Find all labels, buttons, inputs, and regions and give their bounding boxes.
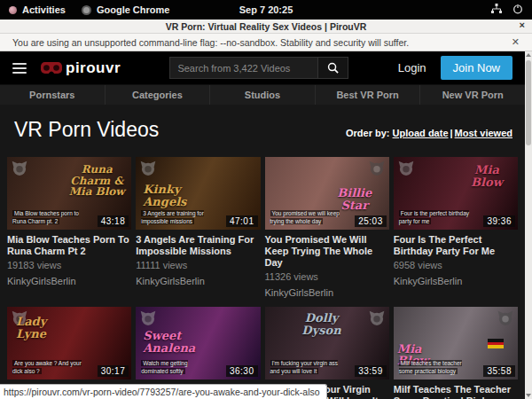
video-title[interactable]: 3 Angels Are Training For Impossible Mis… [136,234,260,257]
video-thumbnail[interactable]: Lady Lyne Are you awake ? And your dick … [7,307,131,379]
duration-badge: 43:18 [98,215,129,227]
thumbnail-overlay-name: Billie Star [332,187,377,211]
page-title: VR Porn Videos [14,118,159,142]
webpage: pirouvr Login Join Now Pornstars Categor… [0,51,525,399]
studio-cat-logo-icon [497,309,514,331]
video-card: Mia Blow Four is the perfect birthday pa… [394,157,518,307]
order-by-label: Order by: [346,128,390,138]
duration-badge: 33:59 [355,365,387,377]
join-now-button[interactable]: Join Now [441,56,512,80]
video-thumbnail[interactable]: Mia Blow Four is the perfect birthday pa… [394,157,518,230]
site-header: pirouvr Login Join Now [0,51,525,84]
video-thumbnail[interactable]: Mia Blow Milf teaches the teacher some p… [394,307,518,379]
nav-best-vr-porn[interactable]: Best VR Porn [316,85,421,105]
order-most-viewed-link[interactable]: Most viewed [455,128,512,138]
nav-categories[interactable]: Categories [106,85,211,105]
studio-cat-logo-icon [397,160,415,181]
video-title[interactable]: Mia Blow Teaches Porn To Runa Charm Pt 2 [7,234,131,257]
video-thumbnail[interactable]: Sweet Analena Watch me getting dominated… [136,307,260,379]
nav-studios[interactable]: Studios [210,85,316,105]
video-card: Billie Star You promised we will keep tr… [265,157,389,307]
duration-badge: 39:36 [483,215,515,227]
thumbnail-caption: 3 Angels are training for impossible mis… [141,210,214,226]
thumbnail-overlay-name: Runa Charm & Mia Blow [66,164,128,198]
studio-cat-logo-icon [139,309,157,331]
video-thumbnail[interactable]: Kinky Angels 3 Angels are training for i… [136,157,260,230]
german-flag-icon [488,339,504,348]
search-icon [327,62,339,74]
thumbnail-caption: Milf teaches the teacher some practical … [399,360,472,376]
video-views: 11326 views [265,271,389,282]
site-logo[interactable]: pirouvr [41,59,121,77]
focused-app-label: Google Chrome [97,4,170,15]
focused-app-menu[interactable]: Google Chrome [82,4,170,15]
video-title[interactable]: Milf Teaches The Teacher Some Practical … [394,384,518,399]
nav-new-vr-porn[interactable]: New VR Porn [420,85,525,105]
search-input[interactable] [169,57,318,79]
order-upload-date-link[interactable]: Upload date [393,128,449,138]
video-card: Runa Charm & Mia Blow Mia Blow teaches p… [7,157,131,307]
video-studio-link[interactable]: KinkyGirlsBerlin [136,276,260,286]
thumbnail-caption: Watch me getting dominated softly [141,360,214,376]
thumbnail-overlay-name: Sweet Analena [143,330,208,354]
duration-badge: 30:17 [98,365,129,377]
video-studio-link[interactable]: KinkyGirlsBerlin [394,276,518,286]
status-url-bubble: https://pirouvr.com/vr-porn-video/779325… [0,384,327,399]
studio-cat-logo-icon [368,160,386,181]
browser-title-bar: VR Porn: Virtual Reality Sex Videos | Pi… [0,20,532,34]
video-card: Kinky Angels 3 Angels are training for i… [136,157,260,307]
power-icon[interactable] [512,4,523,16]
site-logo-text: pirouvr [66,59,121,77]
studio-cat-logo-icon [368,309,386,331]
activities-label: Activities [22,4,66,15]
thumbnail-overlay-name: Lady Lyne [16,316,60,340]
studio-cat-logo-icon [11,160,28,181]
chrome-warning-bar: You are using an unsupported command-lin… [0,34,532,51]
thumbnail-overlay-name: Dolly Dyson [295,312,348,336]
video-thumbnail[interactable]: Billie Star You promised we will keep tr… [265,157,389,230]
video-views: 6958 views [394,260,518,270]
activities-indicator-icon [9,6,17,14]
thumbnail-caption: Are you awake ? And your dick also ? [12,360,85,376]
duration-badge: 25:03 [355,215,387,227]
thumbnail-overlay-name: Kinky Angels [143,184,200,207]
video-studio-link[interactable]: KinkyGirlsBerlin [265,287,389,298]
hamburger-menu-icon[interactable] [12,63,27,74]
thumbnail-caption: Mia Blow teaches porn to Runa Charm pt. … [12,210,85,226]
thumbnail-overlay-name: Mia Blow [463,164,511,188]
video-thumbnail[interactable]: Dolly Dyson I'm fucking your virgin ass … [265,307,389,379]
search-bar [169,57,348,79]
scroll-down-icon[interactable] [526,394,531,397]
video-studio-link[interactable]: KinkyGirlsBerlin [7,276,131,286]
screen: Activities Google Chrome Sep 7 20:25 VR … [0,0,532,399]
activities-button[interactable]: Activities [9,4,66,15]
thumbnail-caption: Four is the perfect birthday party for m… [399,210,472,226]
login-link[interactable]: Login [398,61,426,74]
clock[interactable]: Sep 7 20:25 [239,4,293,15]
scrollbar[interactable] [525,51,532,399]
video-card: Mia Blow Milf teaches the teacher some p… [394,307,518,399]
scrollbar-thumb[interactable] [526,60,531,145]
warning-close-icon[interactable]: ✕ [512,36,520,48]
scroll-up-icon[interactable] [526,53,531,57]
duration-badge: 36:30 [226,365,258,377]
search-button[interactable] [318,57,348,79]
thumbnail-caption: I'm fucking your virgin ass and you will… [270,360,343,376]
order-by: Order by: Upload date|Most viewed [346,128,512,138]
nav-pornstars[interactable]: Pornstars [0,85,106,105]
video-title[interactable]: You Promised We Will Keep Trying The Who… [265,234,389,269]
studio-cat-logo-icon [139,160,157,181]
network-icon[interactable] [491,4,502,16]
duration-badge: 35:58 [483,365,515,377]
video-title[interactable]: Four Is The Perfect Birthday Party For M… [394,234,518,257]
video-views: 11111 views [136,260,260,270]
window-close-button[interactable]: × [520,20,525,30]
video-views: 19183 views [7,260,131,270]
video-grid: Runa Charm & Mia Blow Mia Blow teaches p… [7,157,518,399]
vr-goggles-icon [41,62,62,74]
browser-window-title: VR Porn: Virtual Reality Sex Videos | Pi… [166,21,367,32]
content-area: VR Porn Videos Order by: Upload date|Mos… [0,105,525,399]
chrome-icon [82,5,91,15]
system-bar: Activities Google Chrome Sep 7 20:25 [0,0,532,20]
video-thumbnail[interactable]: Runa Charm & Mia Blow Mia Blow teaches p… [7,157,131,230]
